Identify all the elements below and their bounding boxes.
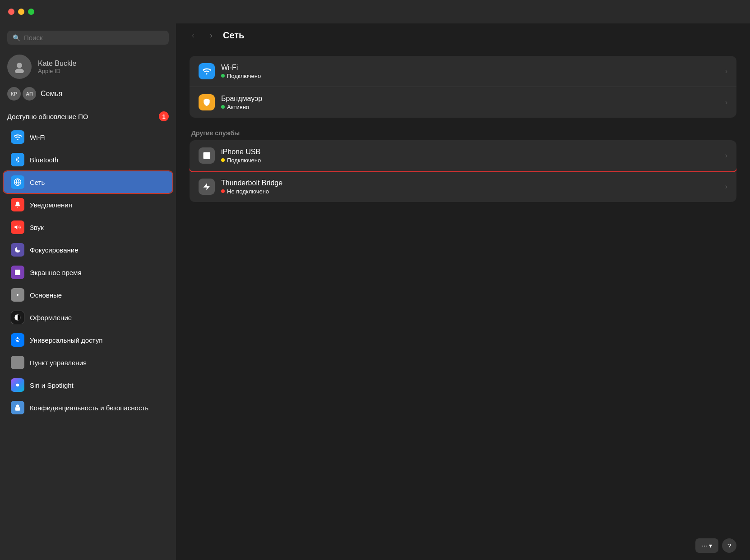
more-button[interactable]: ··· ▾ (695, 538, 718, 553)
avatar (7, 55, 32, 79)
control-icon (11, 356, 24, 369)
family-avatar-2: АП (23, 87, 36, 101)
svg-point-19 (204, 154, 205, 155)
search-bar[interactable]: 🔍 (7, 31, 169, 45)
iphone-usb-info: iPhone USB Подключено (221, 148, 719, 164)
firewall-chevron-icon: › (725, 98, 727, 106)
sidebar-item-sound[interactable]: Звук (4, 216, 172, 238)
wifi-status-dot (221, 74, 225, 78)
sidebar-item-network[interactable]: Сеть (4, 171, 172, 193)
more-btn-label: ··· (702, 542, 707, 549)
sidebar-item-general[interactable]: Основные (4, 284, 172, 306)
forward-button[interactable]: › (205, 29, 218, 41)
content-footer: ··· ▾ ? (176, 531, 750, 560)
sidebar-item-general-label: Основные (30, 291, 62, 299)
network-list: Wi-Fi Подключено › Б (176, 47, 750, 531)
svg-point-20 (208, 154, 209, 155)
other-services-label: Другие службы (190, 122, 736, 140)
firewall-name: Брандмауэр (221, 95, 719, 103)
sidebar-item-control-label: Пункт управления (30, 359, 87, 367)
username: Kate Buckle (38, 60, 76, 68)
update-label: Доступно обновление ПО (7, 113, 88, 120)
wifi-network-icon (199, 63, 215, 79)
screentime-icon (11, 266, 24, 279)
sidebar-item-siri[interactable]: Siri и Spotlight (4, 374, 172, 396)
sidebar-item-sound-label: Звук (30, 224, 44, 231)
dropdown-icon: ▾ (709, 542, 712, 549)
sidebar-item-appearance[interactable]: Оформление (4, 307, 172, 328)
update-badge: 1 (159, 111, 169, 121)
wifi-row[interactable]: Wi-Fi Подключено › (190, 56, 736, 87)
svg-point-10 (17, 337, 19, 338)
thunderbolt-status-text: Не подключено (227, 188, 269, 195)
general-icon (11, 288, 24, 302)
apple-id-label: Apple ID (38, 68, 76, 74)
accessibility-icon (11, 333, 24, 347)
sidebar-item-privacy-label: Конфиденциальность и безопасность (30, 404, 148, 412)
sound-icon (11, 220, 24, 234)
sidebar-item-notifications[interactable]: Уведомления (4, 194, 172, 216)
svg-point-0 (17, 63, 22, 68)
firewall-status-dot (221, 105, 225, 109)
thunderbolt-row[interactable]: Thunderbolt Bridge Не подключено › (190, 171, 736, 202)
sidebar-item-accessibility-label: Универсальный доступ (30, 336, 102, 344)
titlebar (0, 0, 750, 23)
iphone-usb-row[interactable]: iPhone USB Подключено › (190, 140, 736, 171)
back-button[interactable]: ‹ (187, 29, 199, 41)
sidebar-item-focus[interactable]: Фокусирование (4, 239, 172, 261)
family-section[interactable]: КР АП Семья (0, 85, 176, 107)
page-title: Сеть (223, 30, 244, 41)
family-avatar-1: КР (7, 87, 21, 101)
sidebar-item-accessibility[interactable]: Универсальный доступ (4, 329, 172, 351)
search-input[interactable] (24, 34, 163, 41)
wifi-status: Подключено (221, 73, 719, 79)
sidebar-item-control[interactable]: Пункт управления (4, 352, 172, 373)
svg-point-18 (206, 73, 207, 74)
wifi-icon (11, 130, 24, 144)
wifi-status-text: Подключено (227, 73, 261, 79)
sidebar-item-network-label: Сеть (30, 179, 45, 186)
sidebar-item-screentime[interactable]: Экранное время (4, 262, 172, 283)
app-body: 🔍 Kate Buckle Apple ID КР АП Семья (0, 23, 750, 560)
sidebar-item-appearance-label: Оформление (30, 314, 72, 321)
svg-point-17 (16, 384, 19, 387)
firewall-status-text: Активно (227, 104, 249, 110)
iphone-usb-icon (199, 147, 215, 164)
thunderbolt-icon (199, 179, 215, 195)
main-services-card: Wi-Fi Подключено › Б (190, 56, 736, 118)
close-button[interactable] (8, 9, 14, 15)
family-label: Семья (41, 90, 62, 98)
wifi-info: Wi-Fi Подключено (221, 64, 719, 79)
sidebar-item-wifi[interactable]: Wi-Fi (4, 126, 172, 148)
iphone-usb-status: Подключено (221, 157, 719, 164)
siri-icon (11, 378, 24, 392)
network-icon (11, 175, 24, 189)
sidebar-item-focus-label: Фокусирование (30, 246, 79, 254)
family-avatars: КР АП (7, 87, 36, 101)
notifications-icon (11, 198, 24, 211)
thunderbolt-status-dot (221, 189, 225, 193)
firewall-row[interactable]: Брандмауэр Активно › (190, 87, 736, 118)
svg-marker-4 (14, 225, 17, 229)
svg-point-1 (15, 69, 24, 73)
apple-id-text: Kate Buckle Apple ID (38, 60, 76, 74)
apple-id-section[interactable]: Kate Buckle Apple ID (0, 50, 176, 85)
firewall-status: Активно (221, 104, 719, 110)
minimize-button[interactable] (18, 9, 24, 15)
maximize-button[interactable] (28, 9, 34, 15)
iphone-usb-name: iPhone USB (221, 148, 719, 156)
sidebar-item-bluetooth[interactable]: Bluetooth (4, 149, 172, 170)
appearance-icon (11, 311, 24, 324)
content-header: ‹ › Сеть (176, 23, 750, 47)
thunderbolt-chevron-icon: › (725, 183, 727, 191)
thunderbolt-info: Thunderbolt Bridge Не подключено (221, 179, 719, 195)
other-services-card: iPhone USB Подключено › (190, 140, 736, 202)
content-area: ‹ › Сеть Wi-Fi (176, 23, 750, 560)
thunderbolt-status: Не подключено (221, 188, 719, 195)
iphone-usb-chevron-icon: › (725, 151, 727, 160)
sidebar-item-privacy[interactable]: Конфиденциальность и безопасность (4, 397, 172, 418)
help-button[interactable]: ? (722, 538, 736, 553)
iphone-usb-status-dot (221, 158, 225, 162)
firewall-icon (199, 94, 215, 110)
update-row[interactable]: Доступно обновление ПО 1 (0, 107, 176, 126)
